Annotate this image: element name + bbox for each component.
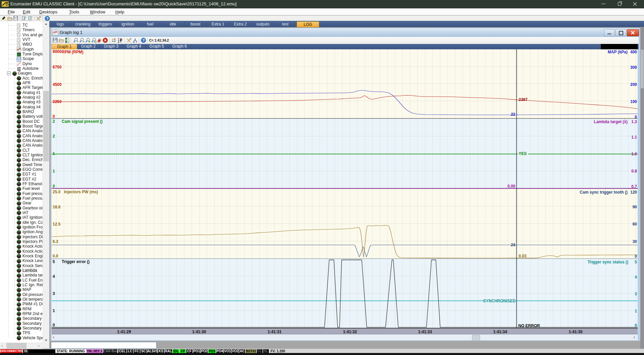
svg-text:Trigger sync status (): Trigger sync status () <box>588 260 628 264</box>
svg-text:MAP (kPa): MAP (kPa) <box>608 50 628 54</box>
svg-text:0.00: 0.00 <box>508 184 516 189</box>
svg-text:22: 22 <box>511 112 516 117</box>
svg-text:2397: 2397 <box>519 97 528 102</box>
svg-text:60: 60 <box>633 222 637 226</box>
svg-text:0: 0 <box>53 184 55 189</box>
svg-text:2250: 2250 <box>53 99 62 104</box>
svg-text:1: 1 <box>53 308 55 313</box>
svg-text:5: 5 <box>635 260 637 264</box>
svg-text:0.03: 0.03 <box>519 254 527 258</box>
svg-text:P: P <box>120 39 122 42</box>
svg-text:24: 24 <box>511 243 516 247</box>
svg-text:0: 0 <box>53 323 55 327</box>
svg-text:1.0: 1.0 <box>631 152 637 156</box>
svg-text:4: 4 <box>53 274 55 279</box>
svg-text:?: ? <box>142 38 145 42</box>
svg-text:90: 90 <box>633 205 637 209</box>
svg-text:120: 120 <box>630 190 637 195</box>
svg-text:30: 30 <box>633 239 637 244</box>
svg-text:0: 0 <box>635 323 637 328</box>
svg-text:Cam signal present (): Cam signal present () <box>62 119 103 124</box>
svg-text:0: 0 <box>635 115 637 119</box>
svg-text:NO ERROR: NO ERROR <box>518 323 540 328</box>
svg-text:Lambda target (λ): Lambda target (λ) <box>594 119 628 124</box>
svg-text:5: 5 <box>53 259 55 264</box>
svg-text:0.0: 0.0 <box>53 254 58 258</box>
svg-text:400: 400 <box>630 50 637 54</box>
svg-text:25.0: 25.0 <box>53 190 61 194</box>
svg-text:Cam sync trigger tooth (): Cam sync trigger tooth () <box>580 190 628 195</box>
svg-text:1: 1 <box>635 309 637 313</box>
svg-text:9000: 9000 <box>53 49 62 54</box>
svg-text:SYNCHRONISED: SYNCHRONISED <box>483 299 516 303</box>
svg-text:Trigger error (): Trigger error () <box>62 259 90 264</box>
svg-text:4: 4 <box>635 275 637 280</box>
svg-text:0.7: 0.7 <box>631 184 637 189</box>
svg-text:12.5: 12.5 <box>53 222 61 226</box>
svg-text:?: ? <box>46 16 49 20</box>
svg-text:3: 3 <box>635 292 637 296</box>
svg-text:4500: 4500 <box>53 82 62 87</box>
svg-text:1.1: 1.1 <box>631 135 637 140</box>
svg-text:2: 2 <box>53 119 55 124</box>
svg-text:0: 0 <box>53 114 55 119</box>
svg-text:0.8: 0.8 <box>631 169 637 173</box>
svg-text:RPM (RPM): RPM (RPM) <box>62 50 83 54</box>
svg-text:18.8: 18.8 <box>53 205 61 209</box>
svg-text:3: 3 <box>53 291 55 296</box>
svg-text:6.3: 6.3 <box>53 239 58 244</box>
svg-text:300: 300 <box>630 65 637 70</box>
svg-text:Injectors PW (ms): Injectors PW (ms) <box>64 190 98 194</box>
svg-text:1.3: 1.3 <box>631 119 637 124</box>
svg-text:0: 0 <box>635 254 637 259</box>
svg-text:1: 1 <box>53 169 55 173</box>
svg-text:200: 200 <box>630 82 637 87</box>
svg-text:2: 2 <box>53 134 55 139</box>
svg-text:1: 1 <box>53 151 55 156</box>
svg-text:YES: YES <box>519 151 527 156</box>
svg-text:6750: 6750 <box>53 65 62 69</box>
svg-text:100: 100 <box>630 99 637 104</box>
